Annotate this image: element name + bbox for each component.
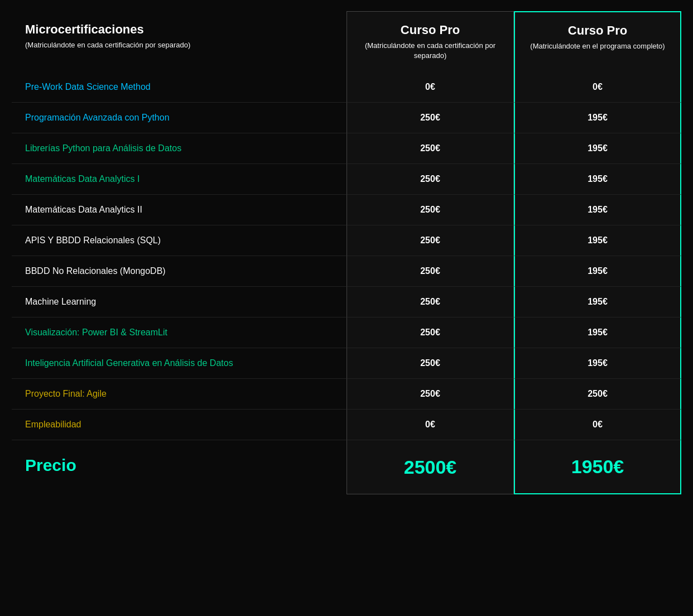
header-col2-subtitle: (Matriculándote en cada certificación po… bbox=[360, 41, 500, 61]
header-col1-title: Microcertificaciones bbox=[25, 22, 333, 37]
table-row: 250€ bbox=[346, 133, 514, 164]
table-row: BBDD No Relacionales (MongoDB) bbox=[12, 256, 346, 287]
price-full-value: 1950€ bbox=[571, 456, 624, 478]
table-row: 250€ bbox=[346, 256, 514, 287]
table-row: 250€ bbox=[346, 225, 514, 256]
header-col3-title: Curso Pro bbox=[568, 23, 627, 38]
table-row: 0€ bbox=[346, 410, 514, 440]
table-row: 0€ bbox=[346, 72, 514, 103]
table-row: 195€ bbox=[514, 164, 681, 195]
header-col1-subtitle: (Matriculándote en cada certificación po… bbox=[25, 40, 333, 50]
table-row: 195€ bbox=[514, 225, 681, 256]
table-row: 195€ bbox=[514, 195, 681, 225]
price-label: Precio bbox=[25, 456, 76, 474]
table-row: Empleabilidad bbox=[12, 410, 346, 440]
table-row: 195€ bbox=[514, 133, 681, 164]
table-row: 195€ bbox=[514, 103, 681, 133]
header-col3-subtitle: (Matriculándote en el programa completo) bbox=[530, 41, 665, 51]
table-row: 250€ bbox=[346, 317, 514, 348]
table-row: 0€ bbox=[514, 72, 681, 103]
table-row: Matemáticas Data Analytics II bbox=[12, 195, 346, 225]
table-row: 195€ bbox=[514, 256, 681, 287]
table-row: Inteligencia Artificial Generativa en An… bbox=[12, 348, 346, 379]
table-row: 250€ bbox=[346, 287, 514, 317]
table-row: 195€ bbox=[514, 348, 681, 379]
footer-col3: 1950€ bbox=[514, 440, 681, 494]
footer-col2: 2500€ bbox=[346, 440, 514, 494]
table-row: 250€ bbox=[514, 379, 681, 410]
table-row: Visualización: Power BI & StreamLit bbox=[12, 317, 346, 348]
table-row: Pre-Work Data Science Method bbox=[12, 72, 346, 103]
header-col2-title: Curso Pro bbox=[401, 23, 460, 37]
table-row: Programación Avanzada con Python bbox=[12, 103, 346, 133]
table-row: 195€ bbox=[514, 287, 681, 317]
table-row: Librerías Python para Análisis de Datos bbox=[12, 133, 346, 164]
table-row: 250€ bbox=[346, 164, 514, 195]
footer-col1: Precio bbox=[12, 440, 346, 494]
header-col2: Curso Pro (Matriculándote en cada certif… bbox=[346, 11, 514, 72]
table-row: 250€ bbox=[346, 103, 514, 133]
header-col3: Curso Pro (Matriculándote en el programa… bbox=[514, 11, 681, 72]
table-row: 250€ bbox=[346, 195, 514, 225]
pricing-table: Microcertificaciones (Matriculándote en … bbox=[12, 11, 681, 494]
table-row: 250€ bbox=[346, 348, 514, 379]
table-row: Matemáticas Data Analytics I bbox=[12, 164, 346, 195]
header-col1: Microcertificaciones (Matriculándote en … bbox=[12, 11, 346, 72]
table-row: APIS Y BBDD Relacionales (SQL) bbox=[12, 225, 346, 256]
table-row: Proyecto Final: Agile bbox=[12, 379, 346, 410]
table-row: 250€ bbox=[346, 379, 514, 410]
table-row: 0€ bbox=[514, 410, 681, 440]
table-row: 195€ bbox=[514, 317, 681, 348]
price-sep-value: 2500€ bbox=[404, 456, 457, 478]
table-row: Machine Learning bbox=[12, 287, 346, 317]
